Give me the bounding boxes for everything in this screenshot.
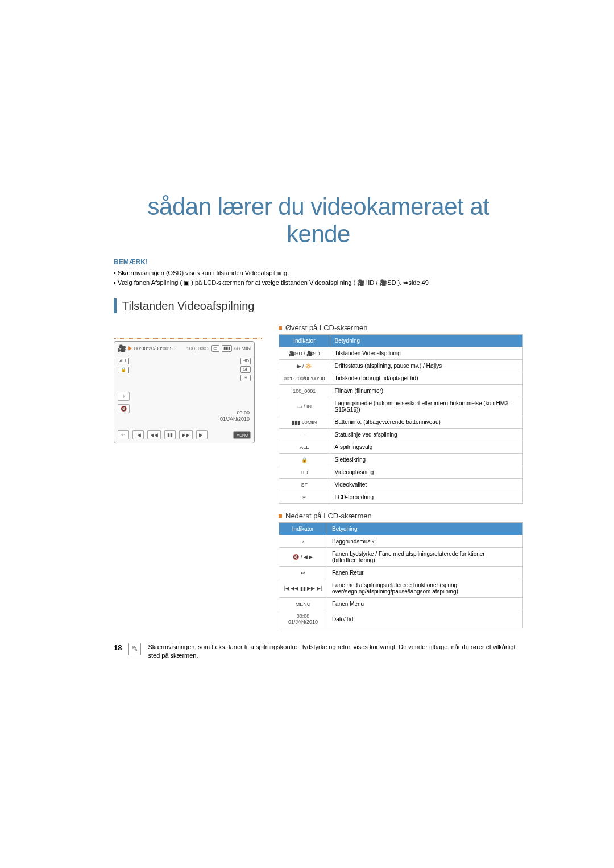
bottom-indicator-table: Indikator Betydning ♪Baggrundsmusik🔇 / ◀… bbox=[279, 522, 523, 628]
page-number: 18 bbox=[114, 643, 122, 653]
table-row: SFVideokvalitet bbox=[279, 479, 523, 491]
table-row: 00:00 01/JAN/2010Dato/Tid bbox=[279, 610, 523, 628]
table-row: ▭ / INLagringsmedie (hukommelseskort ell… bbox=[279, 397, 523, 416]
bullet-icon bbox=[279, 514, 282, 518]
indicator-cell: ▮▮▮ 60MIN bbox=[279, 416, 330, 429]
table-row: 🎥HD / 🎥SDTilstanden Videoafspilning bbox=[279, 347, 523, 360]
th-indicator: Indikator bbox=[279, 523, 327, 535]
th-meaning: Betydning bbox=[330, 335, 522, 347]
indicator-cell: 100_0001 bbox=[279, 385, 330, 397]
indicator-cell: — bbox=[279, 429, 330, 441]
section-bar bbox=[114, 298, 117, 313]
table-row: 100_0001Filnavn (filnummer) bbox=[279, 385, 523, 397]
indicator-cell: ✶ bbox=[279, 491, 330, 504]
section-header: Tilstanden Videoafspilning bbox=[114, 298, 523, 313]
table-row: HDVideoopløsning bbox=[279, 466, 523, 479]
indicator-cell: MENU bbox=[279, 598, 327, 610]
lcd-screen: 🎥 00:00:20/00:00:50 100_0001 ▭ ▮▮▮ 60 MI… bbox=[114, 341, 255, 443]
meaning-cell: Baggrundsmusik bbox=[327, 535, 523, 548]
meaning-cell: Fane med afspilningsrelaterede funktione… bbox=[327, 579, 523, 598]
note-icon: ✎ bbox=[128, 643, 141, 655]
battery-icon: ▮▮▮ bbox=[222, 345, 232, 352]
lcd-battery: 60 MIN bbox=[234, 346, 251, 351]
th-meaning: Betydning bbox=[327, 523, 523, 535]
subhead-bottom-text: Nederst på LCD-skærmen bbox=[285, 512, 372, 520]
th-indicator: Indikator bbox=[279, 335, 330, 347]
meaning-cell: Videoopløsning bbox=[330, 466, 522, 479]
meaning-cell: LCD-forbedring bbox=[330, 491, 522, 504]
table-row: —Statuslinje ved afspilning bbox=[279, 429, 523, 441]
music-button[interactable]: ♪ bbox=[118, 392, 130, 401]
indicator-cell: 🎥HD / 🎥SD bbox=[279, 347, 330, 360]
lcd-timecode: 00:00:20/00:00:50 bbox=[134, 346, 176, 351]
table-row: MENUFanen Menu bbox=[279, 598, 523, 610]
meaning-cell: Dato/Tid bbox=[327, 610, 523, 628]
page-title: sådan lærer du videokameraet at kende bbox=[114, 193, 523, 248]
meaning-cell: Batteriinfo. (tilbageværende batterinive… bbox=[330, 416, 522, 429]
indicator-cell: 🔇 / ◀ ▶ bbox=[279, 548, 327, 567]
note-item: Skærmvisningen (OSD) vises kun i tilstan… bbox=[114, 268, 523, 278]
meaning-cell: Afspilningsvalg bbox=[330, 441, 522, 454]
indicator-cell: ↩ bbox=[279, 567, 327, 579]
meaning-cell: Driftsstatus (afspilning, pause mv.) / H… bbox=[330, 360, 522, 372]
meaning-cell: Videokvalitet bbox=[330, 479, 522, 491]
meaning-cell: Slettesikring bbox=[330, 454, 522, 466]
section-title: Tilstanden Videoafspilning bbox=[122, 300, 254, 313]
footer: 18 ✎ Skærmvisningen, som f.eks. faner ti… bbox=[114, 643, 523, 661]
lcd-time: 00:00 bbox=[220, 410, 250, 416]
meaning-cell: Statuslinje ved afspilning bbox=[330, 429, 522, 441]
table-row: ▮▮▮ 60MINBatteriinfo. (tilbageværende ba… bbox=[279, 416, 523, 429]
indicator-cell: |◀ ◀◀ ▮▮ ▶▶ ▶| bbox=[279, 579, 327, 598]
table-row: ALLAfspilningsvalg bbox=[279, 441, 523, 454]
indicator-cell: ♪ bbox=[279, 535, 327, 548]
meaning-cell: Lagringsmedie (hukommelseskort eller int… bbox=[330, 397, 522, 416]
lcd-column: 🎥 00:00:20/00:00:50 100_0001 ▭ ▮▮▮ 60 MI… bbox=[114, 321, 262, 443]
volume-button[interactable]: 🔇 bbox=[118, 404, 130, 413]
indicator-cell: 00:00 01/JAN/2010 bbox=[279, 610, 327, 628]
indicator-cell: ALL bbox=[279, 441, 330, 454]
hd-icon: HD bbox=[240, 358, 251, 364]
meaning-cell: Tilstanden Videoafspilning bbox=[330, 347, 522, 360]
page-content: sådan lærer du videokameraet at kende BE… bbox=[0, 0, 614, 683]
lock-icon: 🔒 bbox=[118, 367, 129, 373]
footer-text: Skærmvisningen, som f.eks. faner til afs… bbox=[148, 643, 523, 661]
meaning-cell: Fanen Lydstyrke / Fane med afspilningsre… bbox=[327, 548, 523, 567]
table-row: ♪Baggrundsmusik bbox=[279, 535, 523, 548]
table-row: ▶ / 🔆Driftsstatus (afspilning, pause mv.… bbox=[279, 360, 523, 372]
table-row: 00:00:00/00:00:00Tidskode (forbrugt tid/… bbox=[279, 372, 523, 385]
prev-button[interactable]: |◀ bbox=[132, 430, 144, 439]
meaning-cell: Fanen Menu bbox=[327, 598, 523, 610]
table-row: ✶LCD-forbedring bbox=[279, 491, 523, 504]
indicator-cell: ▶ / 🔆 bbox=[279, 360, 330, 372]
subhead-bottom: Nederst på LCD-skærmen bbox=[279, 512, 523, 520]
lcd-filename: 100_0001 bbox=[186, 346, 209, 351]
subhead-top-text: Øverst på LCD-skærmen bbox=[285, 323, 367, 332]
card-icon: ▭ bbox=[211, 345, 219, 352]
table-row: |◀ ◀◀ ▮▮ ▶▶ ▶|Fane med afspilningsrelate… bbox=[279, 579, 523, 598]
meaning-cell: Tidskode (forbrugt tid/optaget tid) bbox=[330, 372, 522, 385]
back-button[interactable]: ↩ bbox=[118, 430, 129, 439]
next-button[interactable]: ▶| bbox=[196, 430, 208, 439]
indicator-cell: HD bbox=[279, 466, 330, 479]
pause-button[interactable]: ▮▮ bbox=[164, 430, 176, 439]
menu-button[interactable]: MENU bbox=[233, 431, 251, 439]
indicator-cell: 🔒 bbox=[279, 454, 330, 466]
table-row: 🔇 / ◀ ▶Fanen Lydstyrke / Fane med afspil… bbox=[279, 548, 523, 567]
note-item: Vælg fanen Afspilning ( ▣ ) på LCD-skærm… bbox=[114, 278, 523, 288]
subhead-top: Øverst på LCD-skærmen bbox=[279, 323, 523, 332]
lcd-enhance-icon: ✶ bbox=[240, 375, 251, 381]
video-mode-icon: 🎥 bbox=[118, 344, 126, 352]
rewind-button[interactable]: ◀◀ bbox=[147, 430, 161, 439]
bullet-icon bbox=[279, 326, 282, 330]
forward-button[interactable]: ▶▶ bbox=[179, 430, 193, 439]
top-indicator-table: Indikator Betydning 🎥HD / 🎥SDTilstanden … bbox=[279, 334, 523, 504]
note-list: Skærmvisningen (OSD) vises kun i tilstan… bbox=[114, 268, 523, 287]
indicator-cell: 00:00:00/00:00:00 bbox=[279, 372, 330, 385]
indicator-cell: ▭ / IN bbox=[279, 397, 330, 416]
lcd-date: 01/JAN/2010 bbox=[220, 416, 250, 422]
meaning-cell: Filnavn (filnummer) bbox=[330, 385, 522, 397]
note-label: BEMÆRK! bbox=[114, 258, 523, 266]
indicator-cell: SF bbox=[279, 479, 330, 491]
all-icon: ALL bbox=[118, 358, 129, 364]
meaning-cell: Fanen Retur bbox=[327, 567, 523, 579]
